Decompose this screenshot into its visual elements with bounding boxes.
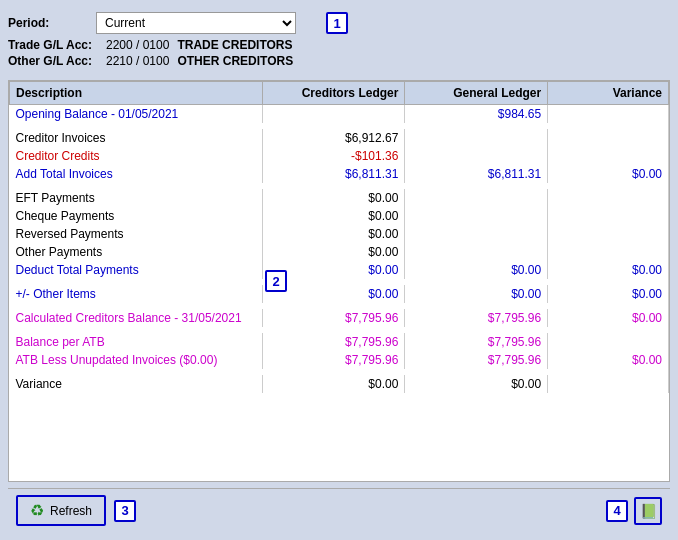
row-general bbox=[405, 189, 548, 207]
other-gl-code: 2210 / 0100 bbox=[106, 54, 169, 68]
header-section: Period: Current 1 Trade G/L Acc: 2200 / … bbox=[8, 8, 670, 74]
table-row: Opening Balance - 01/05/2021 $984.65 bbox=[10, 105, 669, 124]
row-creditors: $7,795.96 bbox=[262, 333, 405, 351]
table-row: ATB Less Unupdated Invoices ($0.00) $7,7… bbox=[10, 351, 669, 369]
row-creditors: $6,912.67 bbox=[262, 129, 405, 147]
row-creditors: $7,795.96 bbox=[262, 309, 405, 327]
row-variance bbox=[548, 189, 669, 207]
row-general: $7,795.96 bbox=[405, 333, 548, 351]
row-creditors: $0.00 bbox=[262, 375, 405, 393]
table-row: Creditor Credits -$101.36 bbox=[10, 147, 669, 165]
table-row: +/- Other Items $0.00 $0.00 $0.00 bbox=[10, 285, 669, 303]
refresh-label: Refresh bbox=[50, 504, 92, 518]
excel-icon: 📗 bbox=[640, 503, 657, 519]
badge-1: 1 bbox=[326, 12, 348, 34]
trade-gl-name: TRADE CREDITORS bbox=[177, 38, 292, 52]
trade-gl-code: 2200 / 0100 bbox=[106, 38, 169, 52]
row-variance bbox=[548, 207, 669, 225]
col-header-variance: Variance bbox=[548, 82, 669, 105]
row-description: Add Total Invoices bbox=[10, 165, 263, 183]
row-description: Other Payments bbox=[10, 243, 263, 261]
row-creditors: $0.00 bbox=[262, 189, 405, 207]
footer-left: ♻ Refresh 3 bbox=[16, 495, 136, 526]
row-variance bbox=[548, 375, 669, 393]
row-description: Variance bbox=[10, 375, 263, 393]
period-label: Period: bbox=[8, 16, 88, 30]
row-general bbox=[405, 243, 548, 261]
refresh-icon: ♻ bbox=[30, 501, 44, 520]
row-general bbox=[405, 129, 548, 147]
badge-3: 3 bbox=[114, 500, 136, 522]
row-description: ATB Less Unupdated Invoices ($0.00) bbox=[10, 351, 263, 369]
row-general bbox=[405, 147, 548, 165]
main-container: Period: Current 1 Trade G/L Acc: 2200 / … bbox=[0, 0, 678, 540]
row-variance: $0.00 bbox=[548, 309, 669, 327]
table-row: Deduct Total Payments $0.00 $0.00 $0.00 bbox=[10, 261, 669, 279]
col-header-description: Description bbox=[10, 82, 263, 105]
row-description: Balance per ATB bbox=[10, 333, 263, 351]
row-general: $984.65 bbox=[405, 105, 548, 124]
row-variance bbox=[548, 129, 669, 147]
row-creditors: $0.00 bbox=[262, 225, 405, 243]
row-description: Creditor Credits bbox=[10, 147, 263, 165]
trade-gl-label: Trade G/L Acc: bbox=[8, 38, 98, 52]
row-general: $7,795.96 bbox=[405, 351, 548, 369]
row-general: $0.00 bbox=[405, 285, 548, 303]
row-description: +/- Other Items bbox=[10, 285, 263, 303]
table-row: Creditor Invoices $6,912.67 bbox=[10, 129, 669, 147]
other-gl-label: Other G/L Acc: bbox=[8, 54, 98, 68]
table-row: Calculated Creditors Balance - 31/05/202… bbox=[10, 309, 669, 327]
row-variance: $0.00 bbox=[548, 285, 669, 303]
row-general bbox=[405, 207, 548, 225]
row-variance: $0.00 bbox=[548, 261, 669, 279]
row-creditors: $7,795.96 bbox=[262, 351, 405, 369]
table-row: Balance per ATB $7,795.96 $7,795.96 bbox=[10, 333, 669, 351]
excel-export-button[interactable]: 📗 bbox=[634, 497, 662, 525]
footer-section: ♻ Refresh 3 4 📗 bbox=[8, 488, 670, 532]
badge-2: 2 bbox=[265, 270, 287, 292]
row-variance bbox=[548, 147, 669, 165]
table-row: Add Total Invoices $6,811.31 $6,811.31 $… bbox=[10, 165, 669, 183]
refresh-button[interactable]: ♻ Refresh bbox=[16, 495, 106, 526]
table-row: Other Payments $0.00 bbox=[10, 243, 669, 261]
row-description: Calculated Creditors Balance - 31/05/202… bbox=[10, 309, 263, 327]
row-description: Reversed Payments bbox=[10, 225, 263, 243]
row-description: Creditor Invoices bbox=[10, 129, 263, 147]
row-general: $0.00 bbox=[405, 261, 548, 279]
row-description: Opening Balance - 01/05/2021 bbox=[10, 105, 263, 124]
table-row: EFT Payments $0.00 bbox=[10, 189, 669, 207]
col-header-creditors: Creditors Ledger bbox=[262, 82, 405, 105]
table-row: Variance $0.00 $0.00 bbox=[10, 375, 669, 393]
table-row: Reversed Payments $0.00 bbox=[10, 225, 669, 243]
row-variance bbox=[548, 243, 669, 261]
row-creditors: $0.00 bbox=[262, 243, 405, 261]
table-row: Cheque Payments $0.00 bbox=[10, 207, 669, 225]
row-general: $0.00 bbox=[405, 375, 548, 393]
row-creditors: $6,811.31 bbox=[262, 165, 405, 183]
period-select[interactable]: Current bbox=[96, 12, 296, 34]
row-general: $6,811.31 bbox=[405, 165, 548, 183]
row-creditors: -$101.36 bbox=[262, 147, 405, 165]
row-general: $7,795.96 bbox=[405, 309, 548, 327]
table-container: Description Creditors Ledger General Led… bbox=[9, 81, 669, 481]
other-gl-name: OTHER CREDITORS bbox=[177, 54, 293, 68]
row-description: Deduct Total Payments bbox=[10, 261, 263, 279]
row-description: EFT Payments bbox=[10, 189, 263, 207]
col-header-general: General Ledger bbox=[405, 82, 548, 105]
row-general bbox=[405, 225, 548, 243]
badge-4: 4 bbox=[606, 500, 628, 522]
row-variance bbox=[548, 225, 669, 243]
row-variance: $0.00 bbox=[548, 165, 669, 183]
row-creditors bbox=[262, 105, 405, 124]
row-variance: $0.00 bbox=[548, 351, 669, 369]
footer-right: 4 📗 bbox=[606, 497, 662, 525]
row-description: Cheque Payments bbox=[10, 207, 263, 225]
row-variance bbox=[548, 333, 669, 351]
row-variance bbox=[548, 105, 669, 124]
main-table-area: Description Creditors Ledger General Led… bbox=[8, 80, 670, 482]
row-creditors: $0.00 bbox=[262, 207, 405, 225]
reconciliation-table: Description Creditors Ledger General Led… bbox=[9, 81, 669, 393]
